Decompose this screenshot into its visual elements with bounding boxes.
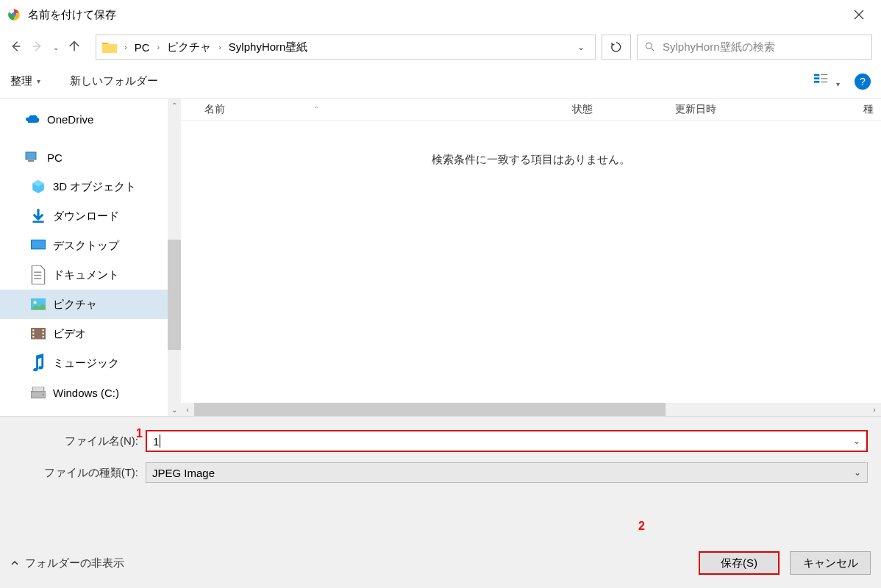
nav-arrows: ⌄ <box>9 40 81 55</box>
main-area: ⌃ ⌄ OneDrive PC 3D オブジェクト ダウンロード <box>0 98 881 416</box>
svg-rect-14 <box>34 272 41 273</box>
svg-rect-6 <box>821 74 827 75</box>
svg-rect-23 <box>43 329 44 331</box>
svg-rect-3 <box>814 74 819 76</box>
chevron-right-icon[interactable]: › <box>218 43 221 51</box>
music-icon <box>31 356 46 370</box>
breadcrumb-pc[interactable]: PC <box>135 41 150 54</box>
view-button[interactable]: ▾ <box>814 74 840 89</box>
svg-rect-24 <box>43 333 44 334</box>
tree-pc[interactable]: PC <box>0 143 168 172</box>
back-button[interactable] <box>9 40 22 55</box>
forward-button[interactable] <box>31 40 44 55</box>
text-cursor <box>160 434 160 448</box>
new-folder-button[interactable]: 新しいフォルダー <box>70 74 158 88</box>
column-type[interactable]: 種 <box>860 103 881 116</box>
sort-indicator-icon: ⌃ <box>313 105 319 113</box>
pc-icon <box>25 151 40 164</box>
svg-rect-25 <box>43 336 44 337</box>
svg-rect-8 <box>821 82 827 82</box>
onedrive-icon <box>25 112 40 126</box>
chevron-up-icon <box>10 559 19 567</box>
svg-rect-27 <box>32 387 44 392</box>
svg-rect-9 <box>26 152 36 159</box>
filename-input[interactable]: 1 ⌄ <box>146 430 868 452</box>
3d-objects-icon <box>31 180 46 193</box>
tree-3d-objects[interactable]: 3D オブジェクト <box>0 172 168 201</box>
hide-folders-button[interactable]: フォルダーの非表示 <box>10 556 124 570</box>
filetype-label: ファイルの種類(T): <box>13 466 146 480</box>
organize-button[interactable]: 整理 ▾ <box>10 74 40 88</box>
scroll-down[interactable]: ⌄ <box>168 403 181 416</box>
scroll-right[interactable]: › <box>868 403 881 416</box>
title-bar: 名前を付けて保存 <box>0 0 881 29</box>
filename-label: ファイル名(N): <box>13 434 146 448</box>
refresh-button[interactable] <box>602 35 631 60</box>
filetype-select[interactable]: JPEG Image ⌄ <box>146 462 868 483</box>
pictures-icon <box>31 298 46 311</box>
filename-dropdown[interactable]: ⌄ <box>853 436 860 446</box>
scrollbar-thumb[interactable] <box>194 403 666 416</box>
tree-pictures[interactable]: ピクチャ <box>0 290 168 319</box>
svg-rect-7 <box>821 78 827 79</box>
search-placeholder: SylphyHorn壁紙の検索 <box>663 40 775 54</box>
svg-rect-10 <box>28 160 34 162</box>
address-bar[interactable]: › PC › ピクチャ › SylphyHorn壁紙 ⌄ <box>96 35 596 60</box>
annotation-1: 1 <box>136 427 143 440</box>
scrollbar-track[interactable] <box>194 403 868 416</box>
annotation-2: 2 <box>638 520 645 533</box>
scroll-left[interactable]: ‹ <box>181 403 194 416</box>
column-name[interactable]: 名前 ⌃ <box>181 103 566 116</box>
breadcrumb: › PC › ピクチャ › SylphyHorn壁紙 <box>124 40 566 54</box>
tree-desktop[interactable]: デスクトップ <box>0 231 168 260</box>
history-dropdown[interactable]: ⌄ <box>53 43 59 51</box>
search-icon <box>645 42 655 52</box>
chevron-right-icon[interactable]: › <box>124 43 127 51</box>
svg-rect-5 <box>814 81 819 83</box>
search-box[interactable]: SylphyHorn壁紙の検索 <box>637 35 872 60</box>
column-status[interactable]: 状態 <box>566 103 669 116</box>
svg-point-2 <box>646 43 652 49</box>
filetype-dropdown-icon: ⌄ <box>854 467 861 478</box>
svg-rect-13 <box>32 240 45 248</box>
tree-music[interactable]: ミュージック <box>0 348 168 378</box>
svg-point-28 <box>43 394 44 395</box>
tree-documents[interactable]: ドキュメント <box>0 260 168 290</box>
downloads-icon <box>31 209 46 223</box>
nav-bar: ⌄ › PC › ピクチャ › SylphyHorn壁紙 ⌄ SylphyHor… <box>0 29 881 65</box>
cancel-button[interactable]: キャンセル <box>790 551 871 575</box>
toolbar: 整理 ▾ 新しいフォルダー ▾ ? <box>0 65 881 98</box>
folder-icon <box>102 41 117 53</box>
up-button[interactable] <box>68 40 81 55</box>
horizontal-scrollbar: ‹ › <box>181 403 881 416</box>
window-title: 名前を付けて保存 <box>28 8 844 22</box>
sidebar: ⌃ ⌄ OneDrive PC 3D オブジェクト ダウンロード <box>0 98 181 416</box>
svg-rect-15 <box>34 275 41 276</box>
address-dropdown[interactable]: ⌄ <box>573 42 589 52</box>
tree-c-drive[interactable]: Windows (C:) <box>0 378 168 407</box>
tree-onedrive[interactable]: OneDrive <box>0 104 168 134</box>
svg-point-18 <box>33 301 36 304</box>
desktop-icon <box>31 239 46 252</box>
column-headers: 名前 ⌃ 状態 更新日時 種 <box>181 98 881 121</box>
tree-downloads[interactable]: ダウンロード <box>0 201 168 231</box>
column-date[interactable]: 更新日時 <box>669 103 860 116</box>
svg-rect-16 <box>34 278 41 279</box>
tree-videos[interactable]: ビデオ <box>0 319 168 348</box>
scrollbar-thumb[interactable] <box>168 240 181 350</box>
breadcrumb-pictures[interactable]: ピクチャ <box>167 40 211 54</box>
breadcrumb-folder[interactable]: SylphyHorn壁紙 <box>229 40 308 54</box>
close-button[interactable] <box>844 4 874 26</box>
scroll-up[interactable]: ⌃ <box>168 98 181 112</box>
file-list: 名前 ⌃ 状態 更新日時 種 検索条件に一致する項目はありません。 ‹ › <box>181 98 881 416</box>
bottom-panel: 1 2 ファイル名(N): 1 ⌄ ファイルの種類(T): JPEG Image… <box>0 416 881 588</box>
svg-rect-22 <box>32 336 34 337</box>
help-button[interactable]: ? <box>855 74 871 90</box>
svg-rect-20 <box>32 329 34 331</box>
empty-message: 検索条件に一致する項目はありません。 <box>181 121 881 167</box>
save-button[interactable]: 保存(S) <box>699 551 780 575</box>
documents-icon <box>31 268 46 282</box>
drive-icon <box>31 386 46 399</box>
chevron-right-icon[interactable]: › <box>157 43 160 51</box>
videos-icon <box>31 327 46 340</box>
